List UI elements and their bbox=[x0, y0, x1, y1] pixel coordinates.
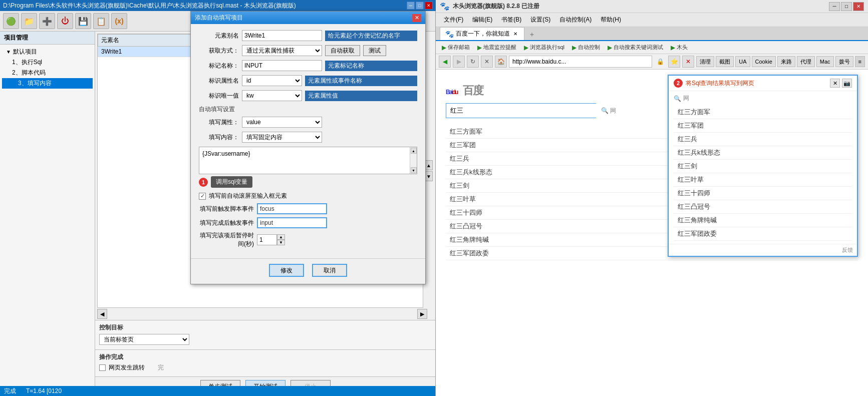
nav-referer-btn[interactable]: 来路 bbox=[777, 56, 795, 67]
scroll-down-btn[interactable]: ▼ bbox=[411, 167, 417, 173]
nav-forward-btn[interactable]: ▶ bbox=[453, 56, 465, 68]
browser-maximize-btn[interactable]: □ bbox=[841, 2, 852, 11]
menu-bookmark[interactable]: 书签(B) bbox=[497, 14, 525, 26]
unique-value-select[interactable]: kw bbox=[242, 90, 302, 101]
nav-mac-btn[interactable]: Mac bbox=[816, 56, 834, 67]
tree-item-1[interactable]: 1、执行Sql bbox=[2, 57, 93, 68]
jump-checkbox[interactable] bbox=[99, 364, 106, 371]
toolbar-save-icon[interactable]: 💾 bbox=[75, 13, 91, 29]
tree-item-root[interactable]: ▼ 默认项目 bbox=[2, 47, 93, 57]
baidu-logo: Baidu 百度 bbox=[446, 80, 483, 98]
nav-home-btn[interactable]: 🏠 bbox=[495, 56, 507, 68]
spinner-down-btn[interactable]: ▼ bbox=[277, 240, 285, 245]
menu-file[interactable]: 文件(F) bbox=[440, 14, 467, 26]
cancel-btn[interactable]: 取消 bbox=[312, 264, 347, 277]
after-event-input[interactable] bbox=[257, 217, 327, 228]
browser-panel: 🐾 木头浏览器(旗舰版) 8.2.8 已注册 ─ □ ✕ 文件(F) 编辑(E)… bbox=[436, 0, 868, 396]
sql-tooltip-camera-btn[interactable]: 📷 bbox=[842, 79, 852, 88]
scroll-checkbox[interactable] bbox=[199, 193, 206, 200]
spinner-up-btn[interactable]: ▲ bbox=[277, 234, 285, 240]
nav-back-btn[interactable]: ◀ bbox=[439, 56, 451, 68]
tooltip-suggestion-2[interactable]: 红三军团 bbox=[674, 119, 852, 133]
scroll-right-btn[interactable]: ▶ bbox=[417, 309, 427, 319]
tree-item-3[interactable]: 3、填写内容 bbox=[2, 78, 93, 89]
tooltip-suggestion-8[interactable]: 红三凸冠号 bbox=[674, 200, 852, 214]
quick-browser-sql[interactable]: ▶浏览器执行sql bbox=[521, 43, 567, 52]
tooltip-num-2: 2 bbox=[674, 79, 683, 88]
dialog[interactable]: 添加自动填写项目 ✕ 元素别名 给元素起个方便记忆的名字 获取方式： 通过元素属… bbox=[190, 11, 426, 284]
nav-down-arrow[interactable]: ▼ bbox=[425, 171, 433, 181]
nav-proxy-btn[interactable]: 代理 bbox=[797, 56, 815, 67]
tooltip-suggestion-10[interactable]: 红三军团政委 bbox=[674, 227, 852, 241]
fill-content-textarea[interactable]: {JSvar:username} ▲ ▼ bbox=[199, 147, 417, 174]
nav-refresh-btn[interactable]: ↻ bbox=[467, 56, 479, 68]
nav-ua-btn[interactable]: UA bbox=[735, 56, 750, 67]
dialog-close-btn[interactable]: ✕ bbox=[412, 14, 421, 22]
quick-save-email[interactable]: ▶保存邮箱 bbox=[439, 43, 473, 52]
nav-cookie-btn[interactable]: Cookie bbox=[752, 56, 776, 67]
before-event-input[interactable] bbox=[257, 203, 327, 214]
tooltip-suggestion-3[interactable]: 红三兵 bbox=[674, 133, 852, 146]
marker-name-input[interactable] bbox=[242, 60, 322, 71]
tab-baidu-close[interactable]: ✕ bbox=[512, 31, 519, 38]
auto-capture-btn[interactable]: 自动获取 bbox=[325, 45, 360, 56]
menu-autocontrol[interactable]: 自动控制(A) bbox=[555, 14, 596, 26]
tab-add-button[interactable]: ＋ bbox=[526, 29, 537, 40]
tab-baidu[interactable]: 🐾 百度一下，你就知道 ✕ bbox=[440, 27, 524, 40]
toolbar-save2-icon[interactable]: 📋 bbox=[93, 13, 109, 29]
toolbar-power-icon[interactable]: ⏻ bbox=[57, 13, 73, 29]
nav-dial-btn[interactable]: 拨号 bbox=[835, 56, 853, 67]
url-input[interactable] bbox=[509, 56, 652, 68]
sql-tooltip-close-btn[interactable]: ✕ bbox=[830, 79, 840, 88]
tooltip-suggestion-7[interactable]: 红三十四师 bbox=[674, 187, 852, 200]
menu-settings[interactable]: 设置(S) bbox=[526, 14, 554, 26]
modify-btn[interactable]: 修改 bbox=[269, 264, 304, 277]
tooltip-suggestion-5[interactable]: 红三剑 bbox=[674, 160, 852, 173]
control-target-select[interactable]: 当前标签页 bbox=[99, 334, 189, 345]
toolbar-add-icon[interactable]: ➕ bbox=[39, 13, 55, 29]
attr-name-select[interactable]: id bbox=[242, 75, 302, 86]
tooltip-suggestion-1[interactable]: 红三方面军 bbox=[674, 106, 852, 119]
quick-auto-search[interactable]: ▶自动搜索关键词测试 bbox=[605, 43, 666, 52]
nav-clear-btn[interactable]: 清理 bbox=[696, 56, 714, 67]
close-button[interactable]: ✕ bbox=[425, 2, 433, 10]
nav-star-btn[interactable]: ⭐ bbox=[668, 56, 680, 68]
menu-help[interactable]: 帮助(H) bbox=[597, 14, 625, 26]
tooltip-suggestion-9[interactable]: 红三角牌纯碱 bbox=[674, 214, 852, 227]
tooltip-suggestion-6[interactable]: 红三叶草 bbox=[674, 173, 852, 187]
test-btn[interactable]: 测试 bbox=[363, 45, 386, 56]
dialog-body: 元素别名 给元素起个方便记忆的名字 获取方式： 通过元素属性捕获 自动获取 测试… bbox=[191, 24, 425, 258]
browser-minimize-btn[interactable]: ─ bbox=[829, 2, 840, 11]
tree-item-2[interactable]: 2、脚本代码 bbox=[2, 68, 93, 78]
play-icon-4: ▶ bbox=[572, 44, 576, 51]
op-complete-label: 操作完成 bbox=[99, 353, 431, 361]
nav-screenshot-btn[interactable]: 截图 bbox=[716, 56, 734, 67]
toolbar-run-icon[interactable]: 🟢 bbox=[3, 13, 19, 29]
fill-attr-select[interactable]: value bbox=[242, 117, 322, 128]
maximize-button[interactable]: □ bbox=[416, 2, 424, 10]
menu-edit[interactable]: 编辑(E) bbox=[468, 14, 496, 26]
scroll-up-btn[interactable]: ▲ bbox=[411, 148, 417, 154]
minimize-button[interactable]: ─ bbox=[407, 2, 415, 10]
pause-input[interactable] bbox=[257, 234, 277, 245]
toolbar-folder-icon[interactable]: 📁 bbox=[21, 13, 37, 29]
quick-earthquake[interactable]: ▶地震监控提醒 bbox=[474, 43, 519, 52]
quick-wood[interactable]: ▶木头 bbox=[668, 43, 691, 52]
browser-close-btn[interactable]: ✕ bbox=[853, 2, 864, 11]
tooltip-suggestion-4[interactable]: 红三兵k线形态 bbox=[674, 146, 852, 160]
nav-up-arrow[interactable]: ▲ bbox=[425, 160, 433, 170]
toolbar-variable-icon[interactable]: (x) bbox=[111, 13, 127, 29]
nav-bar: ◀ ▶ ↻ ✕ 🏠 🔒 ⭐ ✕ 清理 截图 UA Cookie 来路 代理 Ma… bbox=[436, 54, 868, 70]
feedback-link[interactable]: 反馈 bbox=[669, 244, 857, 256]
pause-label: 填写完该项后暂停时间(秒) bbox=[199, 231, 254, 248]
capture-method-row: 获取方式： 通过元素属性捕获 自动获取 测试 bbox=[199, 45, 417, 56]
nav-x-btn[interactable]: ✕ bbox=[682, 56, 694, 68]
nav-stop-btn[interactable]: ✕ bbox=[481, 56, 493, 68]
quick-auto-control[interactable]: ▶自动控制 bbox=[569, 43, 603, 52]
element-alias-input[interactable] bbox=[242, 30, 322, 41]
capture-method-select[interactable]: 通过元素属性捕获 bbox=[242, 45, 322, 56]
fill-content-select[interactable]: 填写固定内容 bbox=[242, 132, 322, 143]
scroll-left-btn[interactable]: ◀ bbox=[97, 309, 107, 319]
baidu-search-input[interactable] bbox=[446, 103, 596, 118]
nav-extra-btn[interactable]: ≡ bbox=[855, 56, 865, 67]
